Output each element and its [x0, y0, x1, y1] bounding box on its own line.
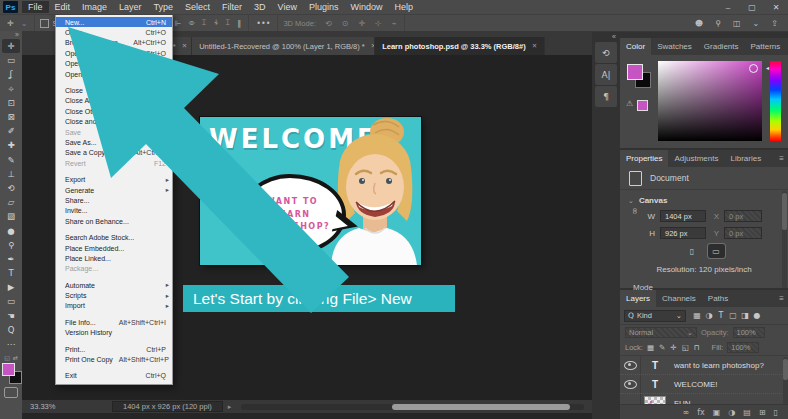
layers-action-icon[interactable]: ∞: [683, 408, 690, 417]
file-menu-item[interactable]: Exit Ctrl+Q: [56, 371, 172, 381]
layers-action-icon[interactable]: fx: [697, 408, 705, 417]
panel-tab[interactable]: Layers: [620, 290, 656, 307]
align-icon[interactable]: ⌯: [186, 18, 196, 28]
options-right-icon[interactable]: ◫: [731, 19, 743, 28]
panel-tab[interactable]: Libraries: [725, 150, 768, 167]
file-menu-item[interactable]: Generate: [56, 185, 172, 195]
document-tab[interactable]: Learn photoshop.psd @ 33.3% (RGB/8#) ✕: [375, 37, 545, 55]
layer-filter-icon[interactable]: ▦: [691, 309, 703, 322]
file-menu-item[interactable]: Import: [56, 301, 172, 311]
file-menu-item[interactable]: Share...: [56, 195, 172, 205]
file-menu-item[interactable]: Scripts: [56, 290, 172, 300]
tool-button[interactable]: ▭: [2, 294, 20, 308]
file-menu-item[interactable]: Export: [56, 174, 172, 184]
horizontal-scrollbar[interactable]: [241, 404, 584, 410]
menubar-item[interactable]: Help: [389, 1, 420, 13]
file-menu-item[interactable]: New... Ctrl+N: [56, 17, 172, 27]
3d-mode-icon[interactable]: ⌁: [390, 19, 399, 28]
quick-mask-icon[interactable]: [4, 387, 18, 398]
tool-button[interactable]: ✛: [2, 39, 20, 53]
properties-scrollbar[interactable]: [782, 191, 787, 288]
tool-button[interactable]: ▱: [2, 195, 20, 209]
portrait-orientation-button[interactable]: ▯: [684, 244, 701, 258]
panel-tab[interactable]: Paths: [702, 290, 734, 307]
layers-action-icon[interactable]: ▯: [774, 408, 778, 417]
tool-button[interactable]: ⋯: [2, 337, 20, 351]
layer-filter-icon[interactable]: T: [715, 309, 727, 322]
collapsed-panel-icon[interactable]: ⟲: [595, 42, 617, 63]
tool-button[interactable]: ʆ: [2, 67, 20, 81]
layer-filter-icon[interactable]: ◑: [703, 309, 715, 322]
tool-button[interactable]: ✐: [2, 124, 20, 138]
section-chevron-icon[interactable]: ⌄: [628, 197, 634, 205]
file-menu-item[interactable]: Browse in Bridge... Alt+Ctrl+O: [56, 38, 172, 48]
tool-button[interactable]: ⚲: [2, 238, 20, 252]
tab-close-icon[interactable]: ✕: [532, 42, 537, 50]
file-menu-item[interactable]: Print One Copy Alt+Shift+Ctrl+P: [56, 354, 172, 364]
gamut-warning-icon[interactable]: ⚠: [626, 99, 633, 108]
layer-filter-icon[interactable]: ▢: [727, 309, 739, 322]
tool-button[interactable]: ⊡: [2, 96, 20, 110]
default-swatches-icon[interactable]: ◱: [4, 354, 10, 361]
panel-tab[interactable]: Color: [620, 38, 651, 55]
scrollbar-thumb[interactable]: [392, 404, 570, 410]
color-selector-ring[interactable]: [749, 64, 758, 73]
panel-menu-icon[interactable]: ≡: [775, 150, 788, 167]
file-menu-item[interactable]: Open as Smart Object...: [56, 59, 172, 69]
tab-close-icon[interactable]: ✕: [182, 42, 187, 50]
close-button[interactable]: ✕: [764, 3, 788, 12]
minimize-button[interactable]: –: [716, 3, 740, 12]
height-field[interactable]: 926 px: [660, 227, 706, 239]
status-chevron-icon[interactable]: ▸: [228, 403, 232, 411]
file-menu-item[interactable]: Close All Alt+Ctrl+W: [56, 96, 172, 106]
3d-mode-icon[interactable]: ✛: [356, 19, 367, 28]
document-tab[interactable]: Untitled-1-Recovered @ 100% (Layer 1, RG…: [192, 37, 375, 55]
tool-preset[interactable]: ✛ ⌄: [0, 15, 35, 31]
layer-row[interactable]: T WELCOME!: [620, 375, 788, 394]
gamut-color-swatch[interactable]: [637, 100, 648, 111]
tool-button[interactable]: ✚: [2, 138, 20, 152]
file-menu-item[interactable]: Open Recent: [56, 69, 172, 79]
transform-checkbox[interactable]: [40, 19, 49, 28]
file-menu-item[interactable]: File Info... Alt+Shift+Ctrl+I: [56, 317, 172, 327]
options-right-icon[interactable]: ⚲: [713, 19, 723, 28]
hue-slider-arrow[interactable]: ◂: [766, 64, 769, 71]
options-right-icon[interactable]: ⇪: [769, 19, 780, 28]
layers-action-icon[interactable]: ⊞: [759, 408, 766, 417]
layers-action-icon[interactable]: ▤: [743, 408, 751, 417]
layer-name[interactable]: want to learn photoshop?: [674, 361, 764, 370]
menubar-item[interactable]: View: [272, 1, 303, 13]
tool-button[interactable]: ▭: [2, 53, 20, 67]
align-icon[interactable]: ⌶: [200, 18, 209, 28]
menubar-item[interactable]: Type: [148, 1, 180, 13]
maximize-button[interactable]: ▢: [740, 3, 764, 12]
lock-icon[interactable]: ◱: [682, 343, 689, 352]
layer-filter-dropdown[interactable]: Q Kind ⌄: [624, 310, 686, 322]
file-menu-item[interactable]: Place Linked...: [56, 253, 172, 263]
file-menu-item[interactable]: Print... Ctrl+P: [56, 344, 172, 354]
tool-button[interactable]: Q: [2, 323, 20, 337]
scrollbar-thumb[interactable]: [782, 193, 787, 230]
tool-button[interactable]: ⊠: [2, 110, 20, 124]
foreground-color-swatch[interactable]: [2, 363, 15, 376]
visibility-toggle[interactable]: [620, 356, 641, 374]
tool-button[interactable]: ⟲: [2, 181, 20, 195]
layer-row[interactable]: T want to learn photoshop?: [620, 356, 788, 375]
panel-tab[interactable]: Swatches: [651, 38, 698, 55]
saturation-picker[interactable]: [658, 61, 762, 141]
menubar-item[interactable]: Select: [179, 1, 216, 13]
tool-button[interactable]: ✒: [2, 252, 20, 266]
file-menu-item[interactable]: Version History: [56, 328, 172, 338]
tool-button[interactable]: T: [2, 266, 20, 280]
layer-filter-icon[interactable]: ●: [751, 309, 763, 322]
foreground-color-well[interactable]: [627, 64, 643, 80]
file-menu-item[interactable]: Package...: [56, 264, 172, 274]
3d-mode-icon[interactable]: ⟲: [323, 19, 334, 28]
3d-mode-icon[interactable]: ⊙: [340, 19, 351, 28]
link-dimensions-icon[interactable]: ∞: [630, 207, 640, 215]
tool-button[interactable]: ●: [2, 223, 20, 237]
file-menu-item[interactable]: Close Others Alt+Ctrl+P: [56, 106, 172, 116]
width-field[interactable]: 1404 px: [660, 210, 706, 222]
file-menu-item[interactable]: Open... Ctrl+O: [56, 27, 172, 37]
tool-button[interactable]: ▶: [2, 280, 20, 294]
